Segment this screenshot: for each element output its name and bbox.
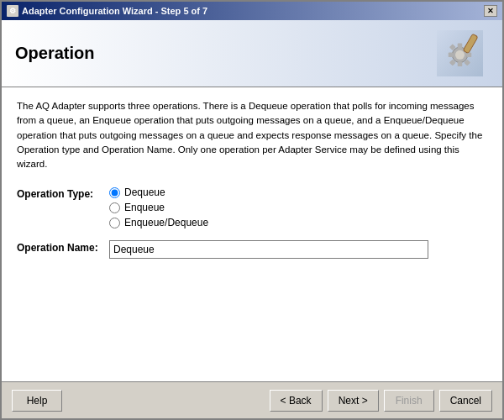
header-icon xyxy=(430,29,489,79)
svg-rect-6 xyxy=(448,53,453,57)
radio-enqueue-dequeue-label: Enqueue/Dequeue xyxy=(124,217,208,228)
radio-enqueue-item[interactable]: Enqueue xyxy=(109,202,208,213)
wizard-footer: Help < Back Next > Finish Cancel xyxy=(2,381,502,418)
svg-rect-4 xyxy=(457,62,462,67)
next-button[interactable]: Next > xyxy=(328,390,379,412)
help-button[interactable]: Help xyxy=(12,390,62,412)
operation-name-label: Operation Name: xyxy=(17,240,109,254)
description-text: The AQ Adapter supports three operations… xyxy=(17,99,487,171)
svg-rect-5 xyxy=(466,53,471,57)
title-bar-text: ⚙ Adapter Configuration Wizard - Step 5 … xyxy=(7,5,207,17)
radio-enqueue-dequeue[interactable] xyxy=(109,218,120,228)
operation-name-row: Operation Name: xyxy=(17,240,487,259)
radio-dequeue-label: Dequeue xyxy=(124,186,165,198)
page-title: Operation xyxy=(15,44,94,63)
radio-enqueue[interactable] xyxy=(109,202,120,213)
radio-enqueue-label: Enqueue xyxy=(124,202,165,213)
operation-type-row: Operation Type: Dequeue Enqueue Enqueue/… xyxy=(17,186,487,228)
title-bar: ⚙ Adapter Configuration Wizard - Step 5 … xyxy=(2,2,502,20)
operation-type-radio-group: Dequeue Enqueue Enqueue/Dequeue xyxy=(109,186,208,228)
footer-right: < Back Next > Finish Cancel xyxy=(270,390,492,412)
radio-dequeue[interactable] xyxy=(109,187,120,198)
operation-name-input[interactable] xyxy=(109,240,428,259)
svg-rect-3 xyxy=(457,44,462,49)
back-button[interactable]: < Back xyxy=(270,390,323,412)
svg-point-2 xyxy=(455,50,465,60)
radio-dequeue-item[interactable]: Dequeue xyxy=(109,186,208,198)
header-banner: Operation xyxy=(2,20,502,87)
footer-left: Help xyxy=(12,390,62,412)
radio-enqueue-dequeue-item[interactable]: Enqueue/Dequeue xyxy=(109,217,208,228)
main-content: The AQ Adapter supports three operations… xyxy=(2,87,502,381)
finish-button[interactable]: Finish xyxy=(384,390,434,412)
window-title: Adapter Configuration Wizard - Step 5 of… xyxy=(22,6,207,16)
close-button[interactable]: ✕ xyxy=(484,5,497,17)
cancel-button[interactable]: Cancel xyxy=(439,390,492,412)
operation-type-label: Operation Type: xyxy=(17,186,109,200)
wizard-window: ⚙ Adapter Configuration Wizard - Step 5 … xyxy=(0,0,504,420)
window-icon: ⚙ xyxy=(7,5,18,17)
